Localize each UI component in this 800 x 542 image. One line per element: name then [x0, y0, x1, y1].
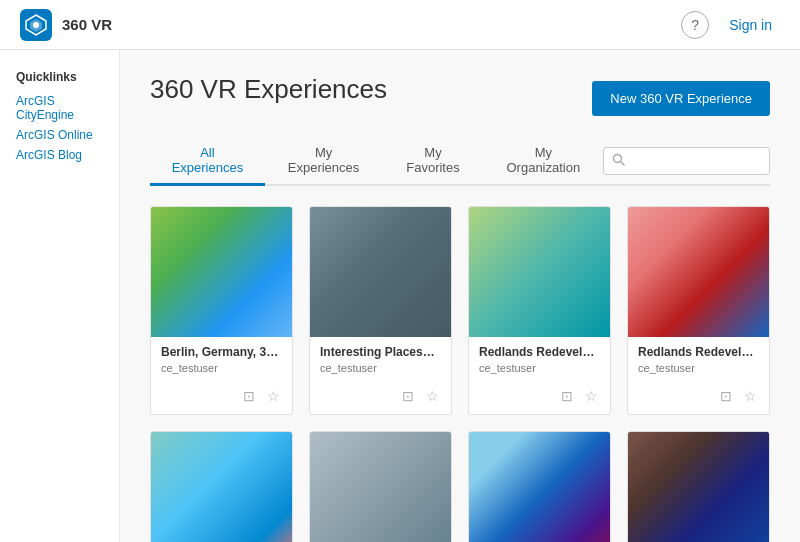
sidebar-link-cityengine[interactable]: ArcGIS CityEngine — [16, 94, 103, 122]
card-body-3: Redlands Redevelopment ce_testuser — [628, 337, 769, 386]
card-user-1: ce_testuser — [320, 362, 441, 374]
card-actions-3: ⊡ ☆ — [628, 386, 769, 414]
tabs-row: All Experiences My Experiences My Favori… — [150, 137, 770, 186]
tab-all-experiences[interactable]: All Experiences — [150, 137, 265, 186]
card-actions-1: ⊡ ☆ — [310, 386, 451, 414]
main-content: 360 VR Experiences New 360 VR Experience… — [120, 50, 800, 542]
card-title-2: Redlands Redevelopment ... — [479, 345, 600, 359]
card-body-0: Berlin, Germany, 360 VR E... ce_testuser — [151, 337, 292, 386]
card-user-0: ce_testuser — [161, 362, 282, 374]
tab-my-favorites[interactable]: My Favorites — [382, 137, 483, 186]
svg-point-1 — [33, 22, 39, 28]
card-favorite-btn-2[interactable]: ☆ — [583, 386, 600, 406]
card-title-1: Interesting Places_360VR.js — [320, 345, 441, 359]
star-icon-2: ☆ — [585, 388, 598, 404]
search-input[interactable] — [631, 153, 761, 168]
card-scene-btn-1[interactable]: ⊡ — [400, 386, 416, 406]
card-thumbnail-3 — [628, 207, 769, 337]
card-thumbnail-4 — [151, 432, 292, 542]
header-left: 360 VR — [20, 9, 112, 41]
card-thumbnail-0 — [151, 207, 292, 337]
card-body-2: Redlands Redevelopment ... ce_testuser — [469, 337, 610, 386]
card-title-0: Berlin, Germany, 360 VR E... — [161, 345, 282, 359]
search-icon — [612, 153, 625, 169]
experience-card-3[interactable]: Redlands Redevelopment ce_testuser ⊡ ☆ — [627, 206, 770, 415]
signin-button[interactable]: Sign in — [721, 13, 780, 37]
search-box — [603, 147, 770, 175]
star-icon-3: ☆ — [744, 388, 757, 404]
experience-card-4[interactable]: Gebietsentwicklung_Man... ce_testuser ⊡ … — [150, 431, 293, 542]
experience-card-6[interactable]: 360VR Example Skybridge... ce_testuser ⊡… — [468, 431, 611, 542]
header-right: ? Sign in — [681, 11, 780, 39]
tab-my-experiences[interactable]: My Experiences — [265, 137, 382, 186]
card-thumbnail-5 — [310, 432, 451, 542]
card-user-2: ce_testuser — [479, 362, 600, 374]
experience-card-1[interactable]: Interesting Places_360VR.js ce_testuser … — [309, 206, 452, 415]
experiences-grid: Berlin, Germany, 360 VR E... ce_testuser… — [150, 206, 770, 542]
scene-icon-1: ⊡ — [402, 388, 414, 404]
card-body-1: Interesting Places_360VR.js ce_testuser — [310, 337, 451, 386]
scene-icon-0: ⊡ — [243, 388, 255, 404]
card-user-3: ce_testuser — [638, 362, 759, 374]
experience-card-2[interactable]: Redlands Redevelopment ... ce_testuser ⊡… — [468, 206, 611, 415]
help-icon: ? — [691, 17, 699, 33]
card-title-3: Redlands Redevelopment — [638, 345, 759, 359]
tabs: All Experiences My Experiences My Favori… — [150, 137, 603, 184]
app-logo — [20, 9, 52, 41]
card-favorite-btn-0[interactable]: ☆ — [265, 386, 282, 406]
card-actions-2: ⊡ ☆ — [469, 386, 610, 414]
card-thumbnail-1 — [310, 207, 451, 337]
svg-line-3 — [621, 161, 625, 165]
card-favorite-btn-1[interactable]: ☆ — [424, 386, 441, 406]
scene-icon-3: ⊡ — [720, 388, 732, 404]
main-layout: Quicklinks ArcGIS CityEngine ArcGIS Onli… — [0, 50, 800, 542]
experience-card-5[interactable]: Winterthur_Lokstadt_v1 c... ce_testuser … — [309, 431, 452, 542]
star-icon-0: ☆ — [267, 388, 280, 404]
card-actions-0: ⊡ ☆ — [151, 386, 292, 414]
sidebar-link-blog[interactable]: ArcGIS Blog — [16, 148, 103, 162]
help-button[interactable]: ? — [681, 11, 709, 39]
experience-card-7[interactable]: Medieval_City_VR ce_testuser ⊡ ☆ — [627, 431, 770, 542]
sidebar-link-online[interactable]: ArcGIS Online — [16, 128, 103, 142]
app-title: 360 VR — [62, 16, 112, 33]
sidebar-quicklinks-title: Quicklinks — [16, 70, 103, 84]
card-thumbnail-6 — [469, 432, 610, 542]
card-scene-btn-0[interactable]: ⊡ — [241, 386, 257, 406]
tab-my-organization[interactable]: My Organization — [484, 137, 603, 186]
card-scene-btn-3[interactable]: ⊡ — [718, 386, 734, 406]
title-row: 360 VR Experiences New 360 VR Experience — [150, 74, 770, 123]
card-thumbnail-2 — [469, 207, 610, 337]
page-title: 360 VR Experiences — [150, 74, 387, 105]
experience-card-0[interactable]: Berlin, Germany, 360 VR E... ce_testuser… — [150, 206, 293, 415]
new-experience-button[interactable]: New 360 VR Experience — [592, 81, 770, 116]
card-favorite-btn-3[interactable]: ☆ — [742, 386, 759, 406]
card-scene-btn-2[interactable]: ⊡ — [559, 386, 575, 406]
star-icon-1: ☆ — [426, 388, 439, 404]
sidebar: Quicklinks ArcGIS CityEngine ArcGIS Onli… — [0, 50, 120, 542]
card-thumbnail-7 — [628, 432, 769, 542]
scene-icon-2: ⊡ — [561, 388, 573, 404]
app-header: 360 VR ? Sign in — [0, 0, 800, 50]
